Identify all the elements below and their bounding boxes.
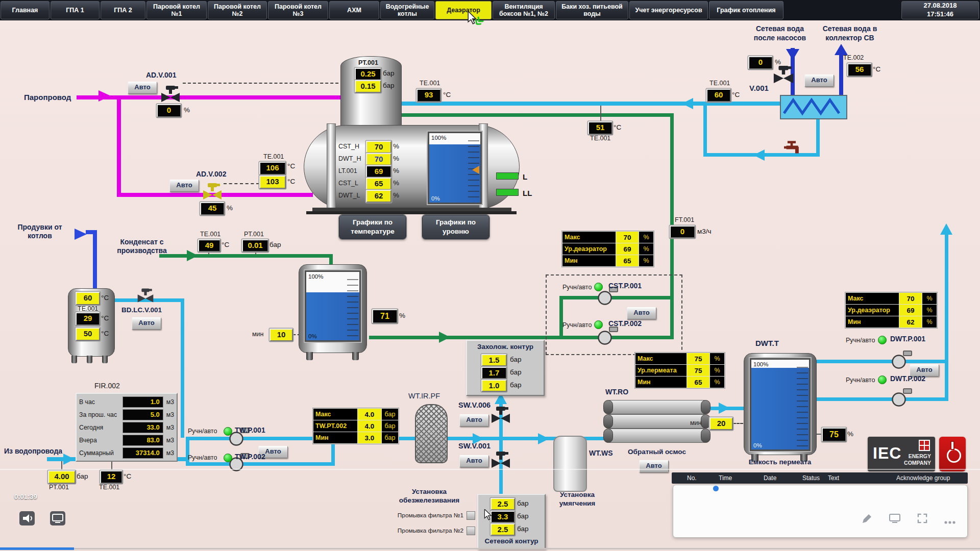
tab-ventilation[interactable]: Вентиляция боксов №1, №2 <box>493 1 555 19</box>
swv006-auto-button[interactable]: Авто <box>459 414 489 427</box>
tab-main[interactable]: Главная <box>1 1 50 19</box>
swv001-auto-button[interactable]: Авто <box>459 455 489 467</box>
network-loop-pressure[interactable]: 2.5 <box>491 498 515 510</box>
flow-arrow-icon <box>75 229 87 240</box>
divider <box>0 469 980 470</box>
row-value[interactable]: 4.0 <box>358 409 381 420</box>
condensate-pipe <box>159 254 333 258</box>
steam-valve-adv002-icon[interactable] <box>202 183 223 199</box>
heat-exchanger <box>780 95 847 119</box>
tab-steam-boiler-2[interactable]: Паровой котел №2 <box>208 1 267 19</box>
network-loop-pressure[interactable]: 2.5 <box>491 523 515 536</box>
level-setpoint[interactable]: 70 <box>366 153 391 166</box>
more-options-button[interactable] <box>943 516 957 529</box>
adv002-auto-button[interactable]: Авто <box>169 180 199 192</box>
bdlcv001-valve-tag: BD.LC.V.001 <box>121 306 162 314</box>
ro-auto-button[interactable]: Авто <box>639 460 669 472</box>
blowdown-temp-setpoint[interactable]: 60 <box>76 292 100 305</box>
network-water-riser <box>839 48 843 96</box>
dwt-tank-tag: DWT.T <box>755 339 779 348</box>
row-value[interactable]: 65 <box>687 377 709 388</box>
level-trends-button[interactable]: Графики по уровню <box>422 215 489 239</box>
level-row-label: CST_H <box>338 143 364 151</box>
tab-gpa-2[interactable]: ГПА 2 <box>101 1 145 19</box>
bdlcv001-auto-button[interactable]: Авто <box>132 317 161 330</box>
tab-steam-boiler-3[interactable]: Паровой котел №3 <box>268 1 328 19</box>
row-value[interactable]: 75 <box>687 353 709 364</box>
row-value[interactable]: 3.0 <box>358 432 381 443</box>
row-value[interactable]: 65 <box>616 255 639 266</box>
alarm-list[interactable] <box>673 485 968 538</box>
tab-gpa-1[interactable]: ГПА 1 <box>51 1 100 19</box>
cst-pumps-auto-button[interactable]: Авто <box>627 307 656 319</box>
row-value[interactable]: 75 <box>687 365 709 376</box>
level-setpoint[interactable]: 65 <box>366 178 391 190</box>
tank-leg <box>306 352 313 360</box>
cooling-loop-pressure[interactable]: 1.5 <box>481 354 507 366</box>
raw-water-label: Из водопровода <box>4 447 62 456</box>
sw-v006-valve-icon[interactable] <box>491 407 511 423</box>
unit-label: °C <box>124 472 131 481</box>
blowdown-temp-setpoint[interactable]: 50 <box>76 328 100 341</box>
tab-hot-water-boilers[interactable]: Водогрейные котлы <box>380 1 434 19</box>
dwt-min-setpoint[interactable]: 20 <box>709 417 733 430</box>
level-row-label: DWT_H <box>338 155 364 163</box>
row-label: Мин <box>846 316 899 328</box>
annotate-button[interactable] <box>860 512 873 524</box>
network-water-pipe <box>399 102 780 106</box>
row-value[interactable]: 4.0 <box>358 420 381 432</box>
fullscreen-button[interactable] <box>916 512 929 524</box>
row-value[interactable]: 70 <box>616 232 639 243</box>
progress-track[interactable] <box>0 548 980 549</box>
temperature-trends-button[interactable]: Графики по температуре <box>339 215 406 239</box>
steam-valve-adv001-icon[interactable] <box>160 86 181 102</box>
screen-button[interactable] <box>888 512 901 524</box>
pump-dwtp002-icon[interactable] <box>890 388 913 407</box>
tab-steam-boiler-1[interactable]: Паровой котел №1 <box>146 1 207 19</box>
network-valve-v001-icon[interactable] <box>772 66 795 83</box>
adv001-auto-button[interactable]: Авто <box>128 82 157 94</box>
steam-temp-setpoint[interactable]: 103 <box>259 176 286 189</box>
power-button[interactable] <box>939 437 966 471</box>
level-setpoint[interactable]: 62 <box>366 190 391 203</box>
row-value[interactable]: 70 <box>899 293 922 304</box>
unit-label: °C <box>101 294 109 302</box>
row-value[interactable]: 62 <box>899 316 922 328</box>
filter-wash2-checkbox[interactable] <box>467 527 475 535</box>
sw-v001-valve-icon[interactable] <box>491 452 511 468</box>
tab-deaerator[interactable]: Деаэратор <box>435 1 492 19</box>
row-label: Вчера <box>79 437 122 444</box>
twp002-tag: TW.P.002 <box>235 453 265 461</box>
display-button[interactable] <box>50 511 65 525</box>
drain-faucet-icon[interactable] <box>784 141 799 154</box>
tab-energy-metering[interactable]: Учет энергоресурсов <box>629 1 708 19</box>
unit-label: °C <box>287 178 295 186</box>
volume-button[interactable] <box>19 511 35 525</box>
v001-auto-button[interactable]: Авто <box>804 74 834 87</box>
v001-valve-tag: V.001 <box>749 84 769 93</box>
row-label: Мин <box>562 255 616 266</box>
cooling-loop-box: Захолож. контур 1.5 бар 1.7 бар 1.0 бар <box>466 340 545 396</box>
tab-ahm[interactable]: АХМ <box>329 1 379 19</box>
datetime-display: 27.08.2018 17:51:46 <box>901 1 979 19</box>
row-value: 33.0 <box>122 422 163 433</box>
gauge-max-label: 100% <box>308 273 323 280</box>
tab-heating-schedule[interactable]: График отопления <box>709 1 783 19</box>
row-value: 83.0 <box>122 435 163 446</box>
cooling-loop-pressure[interactable]: 1.0 <box>481 380 507 392</box>
te001-sensor-tag: TE.001 <box>200 231 220 238</box>
cst-min-setpoint[interactable]: 10 <box>270 329 293 341</box>
alarm-col-time: Time <box>719 474 732 482</box>
tab-drinking-water-tanks[interactable]: Баки хоз. питьевой воды <box>556 1 628 19</box>
level-setpoint[interactable]: 70 <box>366 141 391 154</box>
row-unit: м3 <box>166 449 174 457</box>
network-water-pipe <box>703 106 707 157</box>
deaerator-pressure-setpoint[interactable]: 0.15 <box>355 80 381 93</box>
deaerator-pressure-display: 0.25 <box>355 68 381 81</box>
table-row: Суммарный37314.0м3 <box>79 446 174 459</box>
pump-cstp002-icon[interactable] <box>596 327 619 345</box>
filter-wash1-checkbox[interactable] <box>467 511 475 520</box>
row-value[interactable]: 69 <box>616 243 639 255</box>
row-value[interactable]: 69 <box>899 305 922 316</box>
blowdown-valve-icon[interactable] <box>137 288 154 303</box>
